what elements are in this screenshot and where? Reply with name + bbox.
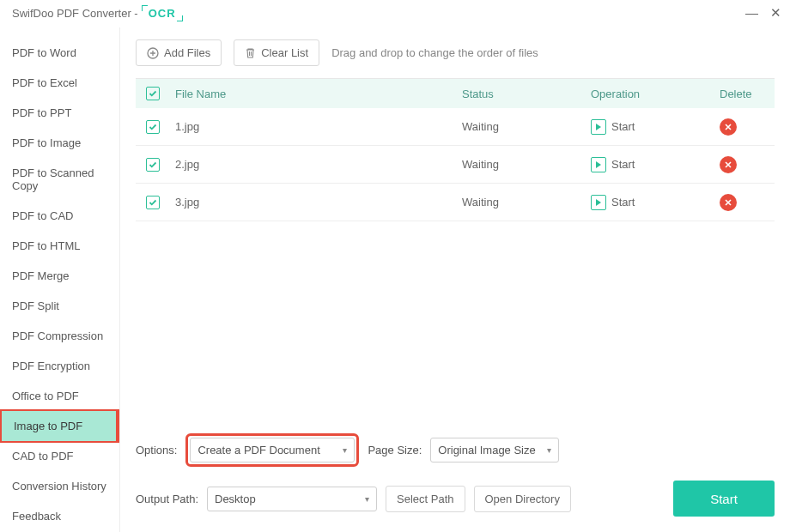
row-start-button[interactable]: Start	[591, 195, 709, 210]
drag-hint: Drag and drop to change the order of fil…	[331, 46, 538, 59]
clear-list-label: Clear List	[261, 46, 308, 59]
row-delete-button[interactable]	[720, 156, 737, 173]
output-label: Output Path:	[136, 493, 198, 505]
window-controls: — ✕	[745, 5, 781, 21]
footer: Options: Create a PDF Document ▾ Page Si…	[136, 421, 775, 517]
options-value: Create a PDF Document	[198, 444, 319, 456]
options-highlight: Create a PDF Document ▾	[185, 433, 359, 467]
sidebar-item[interactable]: PDF Encryption	[0, 351, 119, 381]
sidebar: PDF to WordPDF to ExcelPDF to PPTPDF to …	[0, 27, 120, 532]
table-row: 2.jpgWaitingStart	[136, 146, 775, 184]
row-start-button[interactable]: Start	[591, 119, 709, 135]
sidebar-item[interactable]: Office to PDF	[0, 381, 119, 411]
play-icon	[591, 195, 606, 210]
app-title: SwifDoo PDF Converter -	[12, 7, 138, 20]
file-table: File Name Status Operation Delete 1.jpgW…	[136, 78, 775, 421]
sidebar-item[interactable]: PDF Split	[0, 291, 119, 321]
close-icon	[724, 123, 732, 131]
pagesize-select[interactable]: Original Image Size ▾	[430, 438, 559, 462]
sidebar-item[interactable]: PDF to Image	[0, 128, 119, 158]
sidebar-item[interactable]: PDF to Word	[0, 38, 119, 68]
plus-circle-icon	[147, 47, 159, 59]
minimize-button[interactable]: —	[745, 5, 758, 21]
sidebar-item[interactable]: PDF Compression	[0, 321, 119, 351]
start-button[interactable]: Start	[673, 481, 775, 517]
select-path-button[interactable]: Select Path	[386, 486, 465, 512]
sidebar-item[interactable]: PDF to HTML	[0, 231, 119, 261]
close-button[interactable]: ✕	[770, 5, 781, 21]
options-select[interactable]: Create a PDF Document ▾	[190, 438, 355, 462]
cell-status: Waiting	[457, 196, 586, 209]
col-filename: File Name	[170, 88, 457, 100]
sidebar-item[interactable]: PDF to Excel	[0, 68, 119, 98]
cell-filename: 3.jpg	[170, 196, 457, 209]
pagesize-value: Original Image Size	[438, 444, 535, 456]
row-checkbox[interactable]	[146, 196, 160, 209]
toolbar: Add Files Clear List Drag and drop to ch…	[136, 39, 775, 66]
clear-list-button[interactable]: Clear List	[234, 39, 319, 66]
sidebar-item[interactable]: CAD to PDF	[0, 441, 119, 471]
select-all-checkbox[interactable]	[146, 87, 160, 100]
ocr-badge[interactable]: OCR	[143, 7, 181, 20]
sidebar-item[interactable]: PDF to CAD	[0, 201, 119, 231]
options-label: Options:	[136, 444, 177, 456]
col-delete: Delete	[714, 88, 775, 100]
sidebar-item[interactable]: PDF to Scanned Copy	[0, 158, 119, 201]
play-icon	[591, 157, 606, 172]
close-icon	[724, 160, 732, 169]
cell-filename: 2.jpg	[170, 158, 457, 171]
col-status: Status	[457, 88, 586, 100]
caret-down-icon: ▾	[547, 445, 551, 455]
main-panel: Add Files Clear List Drag and drop to ch…	[120, 27, 790, 532]
row-start-label: Start	[611, 158, 635, 171]
table-row: 3.jpgWaitingStart	[136, 184, 775, 221]
pagesize-label: Page Size:	[368, 444, 422, 456]
titlebar: SwifDoo PDF Converter - OCR — ✕	[0, 0, 790, 27]
trash-icon	[245, 47, 256, 59]
cell-status: Waiting	[457, 158, 586, 171]
add-files-button[interactable]: Add Files	[136, 39, 222, 66]
caret-down-icon: ▾	[343, 445, 347, 455]
sidebar-item[interactable]: PDF to PPT	[0, 98, 119, 128]
close-icon	[724, 198, 732, 207]
row-delete-button[interactable]	[720, 194, 737, 211]
output-value: Desktop	[215, 493, 256, 505]
play-icon	[591, 119, 606, 135]
caret-down-icon: ▾	[365, 494, 369, 504]
cell-status: Waiting	[457, 120, 586, 133]
row-start-button[interactable]: Start	[591, 157, 709, 172]
sidebar-item[interactable]: Conversion History	[0, 471, 119, 501]
row-delete-button[interactable]	[720, 118, 737, 136]
row-checkbox[interactable]	[146, 158, 160, 172]
table-row: 1.jpgWaitingStart	[136, 108, 775, 146]
open-directory-button[interactable]: Open Directory	[474, 486, 571, 512]
output-path-select[interactable]: Desktop ▾	[207, 487, 377, 511]
add-files-label: Add Files	[164, 46, 210, 59]
table-header: File Name Status Operation Delete	[136, 79, 775, 108]
row-start-label: Start	[611, 120, 635, 133]
sidebar-item[interactable]: PDF Merge	[0, 261, 119, 291]
cell-filename: 1.jpg	[170, 120, 457, 133]
sidebar-item[interactable]: Feedback	[0, 501, 119, 531]
row-start-label: Start	[611, 196, 635, 209]
col-operation: Operation	[586, 88, 714, 100]
row-checkbox[interactable]	[146, 120, 160, 134]
sidebar-item[interactable]: Image to PDF	[0, 409, 119, 443]
